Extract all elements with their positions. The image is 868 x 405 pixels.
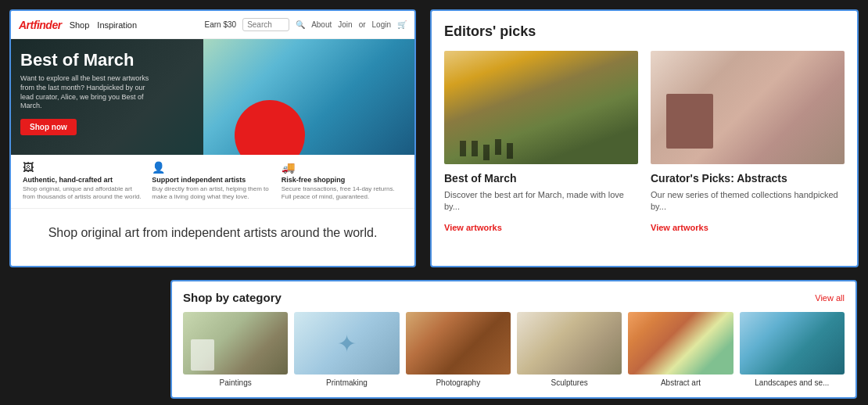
category-label-printmaking: Printmaking xyxy=(326,378,368,387)
category-thumb-landscapes xyxy=(740,312,845,375)
ep-image-curators xyxy=(651,51,845,164)
ep-card-curators: Curator's Picks: Abstracts Our new serie… xyxy=(651,51,845,234)
nav-shop[interactable]: Shop xyxy=(70,20,90,30)
feature-authentic-desc: Shop original, unique and affordable art… xyxy=(23,185,144,202)
category-item-landscapes[interactable]: Landscapes and se... xyxy=(740,312,845,387)
hero-description: Want to explore all the best new artwork… xyxy=(20,74,153,111)
nav-right: Earn $30 🔍 About Join or Login 🛒 xyxy=(205,18,407,31)
ep-card-link-2[interactable]: View artworks xyxy=(651,223,708,232)
feature-artists-desc: Buy directly from an artist, helping the… xyxy=(152,185,273,202)
earn-credit: Earn $30 xyxy=(205,20,237,29)
artfinder-website-panel: Artfinder Shop Inspiration Earn $30 🔍 Ab… xyxy=(9,9,416,267)
ep-card-title-1: Best of March xyxy=(444,172,638,185)
category-label-landscapes: Landscapes and se... xyxy=(755,378,829,387)
nav-links: Shop Inspiration xyxy=(70,20,137,30)
editors-picks-panel: Editors' picks Best of March Discover th… xyxy=(430,9,859,267)
artfinder-logo: Artfinder xyxy=(19,19,62,31)
feature-artists: 👤 Support independent artists Buy direct… xyxy=(148,161,277,202)
feature-artists-title: Support independent artists xyxy=(152,176,273,184)
category-thumb-printmaking xyxy=(294,312,399,375)
search-input[interactable] xyxy=(242,18,289,31)
category-header: Shop by category View all xyxy=(183,291,845,304)
category-item-photography[interactable]: Photography xyxy=(406,312,511,387)
category-item-paintings[interactable]: Paintings xyxy=(183,312,288,387)
category-grid: Paintings Printmaking Photography Sculpt… xyxy=(183,312,845,387)
editors-picks-title: Editors' picks xyxy=(444,23,845,40)
nav-join[interactable]: Join xyxy=(338,20,352,29)
category-thumb-paintings xyxy=(183,312,288,375)
ep-card-desc-2: Our new series of themed collections han… xyxy=(651,189,845,213)
category-thumb-photography xyxy=(406,312,511,375)
person-icon: 👤 xyxy=(152,161,273,174)
feature-authentic: 🖼 Authentic, hand-crafted art Shop origi… xyxy=(19,161,148,202)
category-label-paintings: Paintings xyxy=(220,378,252,387)
truck-icon: 🚚 xyxy=(282,161,403,174)
tagline: Shop original art from independent artis… xyxy=(11,209,414,257)
shop-now-button[interactable]: Shop now xyxy=(20,119,77,135)
nav-about[interactable]: About xyxy=(311,20,332,29)
shop-by-category-panel: Shop by category View all Paintings Prin… xyxy=(170,280,857,399)
nav-inspiration[interactable]: Inspiration xyxy=(97,20,137,30)
ep-card-desc-1: Discover the best art for March, made wi… xyxy=(444,189,638,213)
ep-card-link-1[interactable]: View artworks xyxy=(444,223,502,232)
search-icon: 🔍 xyxy=(296,20,305,29)
category-item-sculptures[interactable]: Sculptures xyxy=(517,312,622,387)
category-title: Shop by category xyxy=(183,291,282,304)
category-thumb-sculptures xyxy=(517,312,622,375)
feature-shopping-title: Risk-free shopping xyxy=(282,176,403,184)
category-label-abstract: Abstract art xyxy=(661,378,701,387)
feature-authentic-title: Authentic, hand-crafted art xyxy=(23,176,144,184)
feature-shopping: 🚚 Risk-free shopping Secure transactions… xyxy=(278,161,407,202)
features-row: 🖼 Authentic, hand-crafted art Shop origi… xyxy=(11,155,414,209)
feature-shopping-desc: Secure transactions, free 14-day returns… xyxy=(282,185,403,202)
hero-section: Best of March Want to explore all the be… xyxy=(11,39,414,155)
nav-or: or xyxy=(359,20,366,29)
category-thumb-abstract xyxy=(628,312,733,375)
hero-content: Best of March Want to explore all the be… xyxy=(20,51,153,135)
art-icon: 🖼 xyxy=(23,161,144,174)
editors-picks-cards: Best of March Discover the best art for … xyxy=(444,51,845,234)
view-all-link[interactable]: View all xyxy=(815,293,845,303)
category-item-printmaking[interactable]: Printmaking xyxy=(294,312,399,387)
hero-title: Best of March xyxy=(20,51,153,70)
category-item-abstract[interactable]: Abstract art xyxy=(628,312,733,387)
ep-card-best-march: Best of March Discover the best art for … xyxy=(444,51,638,234)
ep-card-title-2: Curator's Picks: Abstracts xyxy=(651,172,845,185)
cart-icon[interactable]: 🛒 xyxy=(397,20,407,29)
category-label-photography: Photography xyxy=(436,378,480,387)
nav-login[interactable]: Login xyxy=(372,20,391,29)
artfinder-nav: Artfinder Shop Inspiration Earn $30 🔍 Ab… xyxy=(11,11,414,39)
ep-image-best-march xyxy=(444,51,638,164)
category-label-sculptures: Sculptures xyxy=(551,378,588,387)
